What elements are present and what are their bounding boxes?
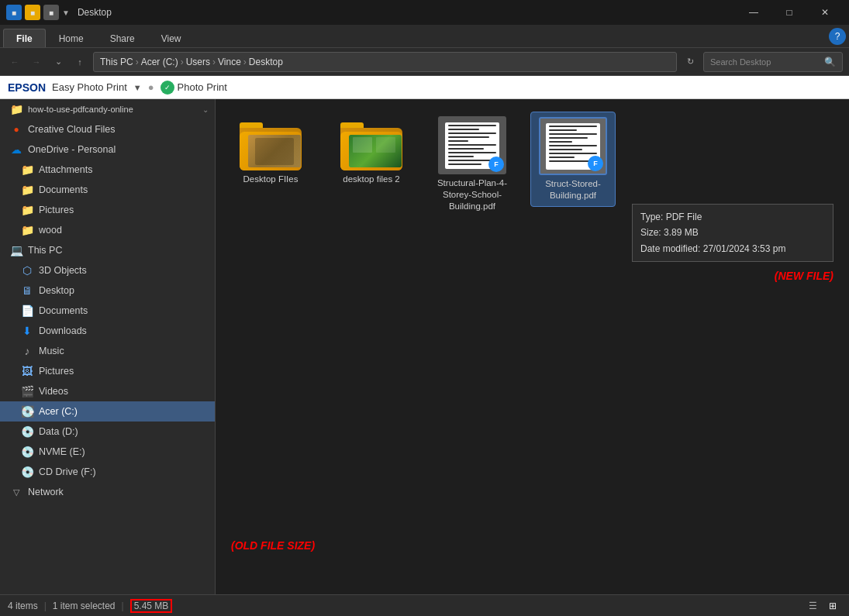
drive-d-icon: 💿	[20, 425, 34, 439]
sidebar-label-attachments: Attachments	[39, 164, 92, 175]
sidebar-label-how-to-pdf: how-to-use-pdfcandy-online	[28, 105, 133, 114]
view-icons: ☰ ⊞	[804, 597, 841, 614]
app-icon-yellow: ■	[25, 5, 40, 20]
status-file-size: 5.45 MB	[130, 599, 173, 613]
path-desktop[interactable]: Desktop	[249, 57, 283, 67]
sidebar-item-onedrive[interactable]: ☁ OneDrive - Personal	[0, 139, 215, 160]
sidebar-label-pictures-od: Pictures	[39, 205, 74, 215]
nvme-icon: 💿	[20, 445, 34, 459]
sidebar-item-acer-c[interactable]: 💽 Acer (C:)	[0, 401, 215, 422]
tooltip-type-label: Type:	[640, 212, 663, 222]
file-item-desktop-files[interactable]: Desktop FIIes	[228, 112, 313, 190]
sidebar-item-videos[interactable]: 🎬 Videos	[0, 381, 215, 401]
nav-up-button[interactable]: ↑	[71, 53, 88, 71]
pdf-badge-1: F	[488, 157, 504, 172]
maximize-button[interactable]: □	[771, 0, 807, 25]
file-item-desktop-files-2[interactable]: desktop files 2	[329, 112, 414, 190]
tab-file[interactable]: File	[3, 29, 46, 47]
path-acer[interactable]: Acer (C:)	[141, 57, 178, 67]
tooltip-date-value: 27/01/2024 3:53 pm	[703, 243, 786, 254]
path-vince[interactable]: Vince	[218, 57, 241, 67]
file-name-structural-2: Struct-Stored-Building.pdf	[536, 178, 610, 201]
sidebar-item-creative-cloud[interactable]: ● Creative Cloud Files	[0, 119, 215, 139]
sidebar-item-documents-od[interactable]: 📁 Documents	[0, 180, 215, 200]
sidebar-item-network[interactable]: ▽ Network	[0, 482, 215, 502]
address-bar: ← → ⌄ ↑ This PC › Acer (C:) › Users › Vi…	[0, 48, 849, 76]
folder-thumbnail-1	[236, 116, 305, 170]
videos-icon: 🎬	[20, 384, 34, 398]
dropdown-arrow[interactable]: ▼	[62, 9, 70, 17]
sidebar-item-wood[interactable]: 📁 wood	[0, 220, 215, 240]
minimize-button[interactable]: —	[736, 0, 771, 25]
close-button[interactable]: ✕	[807, 0, 843, 25]
view-grid-button[interactable]: ⊞	[824, 597, 841, 614]
sidebar-item-nvme-e[interactable]: 💿 NVME (E:)	[0, 442, 215, 462]
epson-separator: ●	[148, 81, 154, 93]
network-icon: ▽	[9, 485, 23, 499]
epson-dropdown-icon[interactable]: ▼	[133, 83, 142, 92]
tooltip-box: Type: PDF File Size: 3.89 MB Date modifi…	[632, 204, 833, 262]
sidebar-label-documents-od: Documents	[39, 184, 88, 195]
sidebar-label-data-d: Data (D:)	[39, 426, 78, 437]
tab-home[interactable]: Home	[46, 29, 97, 47]
sidebar-item-documents[interactable]: 📄 Documents	[0, 301, 215, 321]
sidebar-item-this-pc[interactable]: 💻 This PC	[0, 240, 215, 260]
help-button[interactable]: ?	[829, 28, 846, 45]
file-name-desktop-files: Desktop FIIes	[243, 174, 299, 185]
folder-icon: 📁	[9, 102, 23, 116]
pc-icon: 💻	[9, 243, 23, 257]
onedrive-icon: ☁	[9, 143, 23, 157]
path-users[interactable]: Users	[186, 57, 210, 67]
ribbon-tabs: File Home Share View ?	[0, 25, 849, 48]
search-box[interactable]: Search Desktop 🔍	[703, 52, 843, 72]
sidebar-item-desktop[interactable]: 🖥 Desktop	[0, 280, 215, 301]
nav-refresh-button[interactable]: ↻	[682, 53, 699, 71]
sidebar-item-how-to-pdf[interactable]: 📁 how-to-use-pdfcandy-online ⌄	[0, 99, 215, 119]
search-placeholder: Search Desktop	[710, 57, 771, 67]
epson-app-name: Easy Photo Print	[52, 81, 127, 93]
sidebar-item-data-d[interactable]: 💿 Data (D:)	[0, 422, 215, 442]
sidebar-item-pictures[interactable]: 🖼 Pictures	[0, 361, 215, 381]
sidebar-label-network: Network	[28, 487, 64, 497]
files-grid: Desktop FIIes desk	[228, 112, 837, 217]
pdf-thumbnail-2: F	[539, 117, 607, 175]
app-icon-blue: ■	[6, 5, 22, 20]
music-icon: ♪	[20, 344, 34, 358]
sidebar-item-attachments[interactable]: 📁 Attachments	[0, 160, 215, 180]
folder-icon-attachments: 📁	[20, 163, 34, 177]
path-this-pc[interactable]: This PC	[100, 57, 133, 67]
folder-content-2	[349, 135, 402, 167]
folder-icon-pictures-od: 📁	[20, 203, 34, 217]
3d-objects-icon: ⬡	[20, 263, 34, 277]
sidebar-item-pictures-od[interactable]: 📁 Pictures	[0, 200, 215, 220]
address-path[interactable]: This PC › Acer (C:) › Users › Vince › De…	[93, 52, 677, 72]
tab-share[interactable]: Share	[97, 29, 148, 47]
sidebar-label-music: Music	[39, 346, 64, 356]
nav-forward-button[interactable]: →	[28, 53, 45, 71]
sidebar-label-nvme-e: NVME (E:)	[39, 446, 85, 457]
folder-content-1	[248, 135, 301, 167]
sidebar-label-this-pc: This PC	[28, 245, 62, 256]
sidebar-label-cd-f: CD Drive (F:)	[39, 466, 96, 477]
nav-back-button[interactable]: ←	[6, 53, 23, 71]
sidebar: 📁 how-to-use-pdfcandy-online ⌄ ● Creativ…	[0, 99, 216, 594]
sidebar-item-cd-f[interactable]: 💿 CD Drive (F:)	[0, 462, 215, 482]
old-file-annotation: (OLD FILE SIZE)	[231, 539, 315, 552]
downloads-icon: ⬇	[20, 324, 34, 338]
status-sep-2: |	[122, 601, 124, 611]
title-bar-controls: — □ ✕	[736, 0, 843, 25]
file-item-structural-1[interactable]: F Structural-Plan-4-Storey-School-Buildi…	[430, 112, 515, 217]
desktop-icon: 🖥	[20, 284, 34, 298]
sidebar-item-downloads[interactable]: ⬇ Downloads	[0, 321, 215, 341]
sidebar-item-3d-objects[interactable]: ⬡ 3D Objects	[0, 260, 215, 280]
tab-view[interactable]: View	[148, 29, 195, 47]
file-item-structural-2[interactable]: F Struct-Stored-Building.pdf	[530, 112, 616, 207]
nav-dropdown-button[interactable]: ⌄	[50, 53, 67, 71]
content-area: Desktop FIIes desk	[216, 99, 849, 594]
view-list-button[interactable]: ☰	[804, 597, 821, 614]
sidebar-item-music[interactable]: ♪ Music	[0, 341, 215, 361]
new-file-annotation: (NEW FILE)	[775, 270, 833, 282]
sidebar-label-acer-c: Acer (C:)	[39, 406, 78, 417]
tooltip-size-label: Size:	[640, 227, 661, 238]
epson-photo-icon: ✓	[160, 81, 174, 95]
